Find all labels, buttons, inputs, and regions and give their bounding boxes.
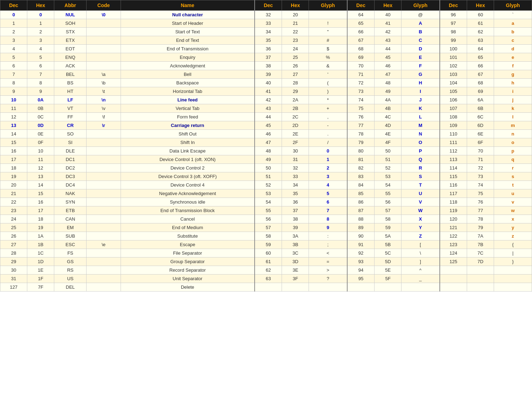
table-cell: 1: [0, 19, 27, 28]
table-row: 140ESOShift Out462E.784EN1106En: [0, 130, 532, 138]
table-cell: +: [309, 104, 347, 113]
table-row: 281CFSFile Separator603C<925C\1247C|: [0, 249, 532, 257]
table-cell: 50: [375, 147, 401, 155]
table-row: 11SOHStart of Header3321!6541A9761a: [0, 19, 532, 28]
table-cell: 72: [467, 164, 494, 172]
table-cell: SI: [54, 138, 87, 147]
table-cell: 93: [347, 257, 375, 266]
table-cell: 0F: [27, 138, 54, 147]
table-cell: 27: [282, 70, 309, 79]
table-cell: 2: [309, 164, 347, 172]
table-cell: HT: [54, 87, 87, 96]
table-cell: 34: [282, 181, 309, 189]
table-cell: 61: [255, 257, 282, 266]
table-cell: e: [494, 53, 532, 62]
table-cell: 26: [282, 62, 309, 70]
table-cell: 58: [255, 232, 282, 240]
table-cell: FS: [54, 249, 87, 257]
table-cell: h: [494, 79, 532, 87]
table-cell: 79: [467, 223, 494, 232]
table-cell: 40: [255, 79, 282, 87]
table-cell: 67: [347, 36, 375, 45]
table-cell: G: [401, 70, 440, 79]
table-cell: EM: [54, 223, 87, 232]
table-cell: End of Text: [121, 36, 254, 45]
table-row: 150FSIShift In472F/794FO1116Fo: [0, 138, 532, 147]
table-cell: 52: [375, 164, 401, 172]
table-cell: [87, 28, 121, 36]
table-cell: [347, 283, 375, 292]
table-cell: 68: [347, 45, 375, 53]
table-cell: 19: [27, 223, 54, 232]
table-cell: 7: [309, 206, 347, 215]
table-cell: 21: [282, 19, 309, 28]
table-cell: 92: [347, 249, 375, 257]
table-cell: $: [309, 45, 347, 53]
header-row: Dec Hex Abbr Code Name Dec Hex Glyph Dec…: [0, 0, 532, 11]
table-cell: [87, 189, 121, 198]
table-cell: 49: [375, 87, 401, 96]
table-cell: Y: [401, 223, 440, 232]
table-row: 99HT\tHorizontal Tab4129)7349I10569i: [0, 87, 532, 96]
table-cell: 1E: [27, 266, 54, 275]
table-cell: 28: [282, 79, 309, 87]
table-cell: 11: [27, 155, 54, 164]
table-cell: 4C: [375, 113, 401, 121]
table-cell: 3: [0, 36, 27, 45]
table-cell: 3F: [282, 275, 309, 283]
table-cell: r: [494, 164, 532, 172]
table-cell: 111: [440, 138, 467, 147]
table-row: 1812DC2Device Control 2503228252R11472r: [0, 164, 532, 172]
table-cell: ,: [309, 113, 347, 121]
table-cell: 54: [255, 198, 282, 206]
table-row: 33ETXEnd of Text3523#6743C9963c: [0, 36, 532, 45]
table-cell: [87, 62, 121, 70]
table-cell: }: [494, 257, 532, 266]
table-cell: 32: [255, 11, 282, 19]
table-cell: 6F: [467, 138, 494, 147]
table-cell: l: [494, 113, 532, 121]
table-row: 1277FDELDelete: [0, 283, 532, 292]
table-cell: Device Control 1 (oft. XON): [121, 155, 254, 164]
table-cell: 40: [375, 11, 401, 19]
table-cell: 9: [309, 223, 347, 232]
table-cell: \v: [87, 104, 121, 113]
table-cell: 41: [255, 87, 282, 96]
table-cell: 15: [0, 138, 27, 147]
table-cell: 1F: [27, 275, 54, 283]
table-cell: 19: [0, 172, 27, 181]
table-cell: Device Control 3 (oft. XOFF): [121, 172, 254, 181]
table-cell: 71: [347, 70, 375, 79]
table-cell: 43: [255, 104, 282, 113]
table-cell: 7A: [467, 232, 494, 240]
table-cell: 11: [0, 104, 27, 113]
table-cell: 65: [467, 53, 494, 62]
table-cell: 124: [440, 249, 467, 257]
table-cell: 33: [255, 19, 282, 28]
table-row: 88BS\bBackspace4028(7248H10468h: [0, 79, 532, 87]
table-cell: 65: [347, 19, 375, 28]
table-cell: Start of Header: [121, 19, 254, 28]
table-cell: Null character: [121, 11, 254, 19]
table-row: 301ERSRecord Separator623E>945E^: [0, 266, 532, 275]
table-cell: 78: [467, 215, 494, 223]
table-cell: [87, 206, 121, 215]
table-cell: [87, 223, 121, 232]
table-cell: 63: [255, 275, 282, 283]
table-cell: 41: [375, 19, 401, 28]
table-cell: 82: [347, 164, 375, 172]
table-cell: 30: [282, 147, 309, 155]
table-cell: 50: [255, 164, 282, 172]
table-cell: H: [401, 79, 440, 87]
table-cell: 98: [440, 28, 467, 36]
table-row: 291DGSGroup Separator613D=935D]1257D}: [0, 257, 532, 266]
table-cell: 27: [0, 240, 27, 249]
table-cell: 56: [255, 215, 282, 223]
table-cell: 73: [347, 87, 375, 96]
table-cell: [255, 283, 282, 292]
table-cell: 7C: [467, 249, 494, 257]
table-cell: 75: [467, 189, 494, 198]
table-cell: \r: [87, 121, 121, 130]
table-cell: [87, 19, 121, 28]
table-cell: 24: [282, 45, 309, 53]
